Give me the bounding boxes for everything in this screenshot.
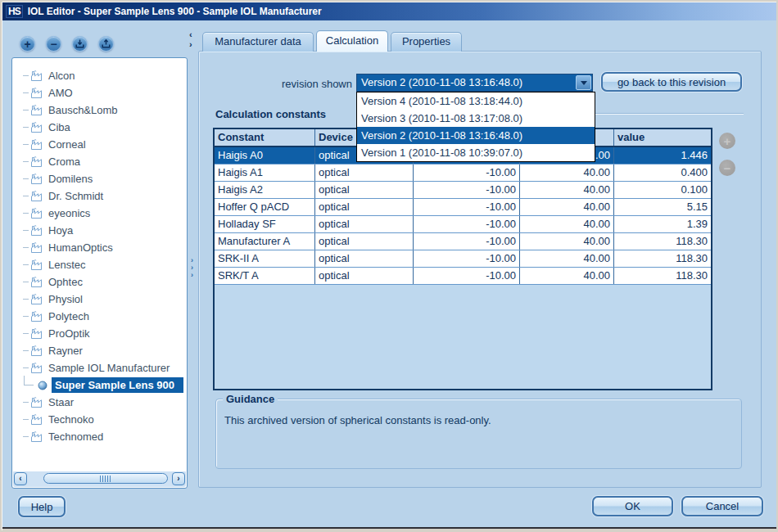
tree-horizontal-scrollbar[interactable]: ‹ › xyxy=(13,471,186,487)
revision-option-version-2-2010-11-08-13-16-48-0[interactable]: Version 2 (2010-11-08 13:16:48.0) xyxy=(357,127,595,144)
cell-holladay-sf-col0: Holladay SF xyxy=(215,216,315,232)
export-button[interactable] xyxy=(98,36,114,52)
tree-item-label: Technomed xyxy=(48,431,103,443)
tree-item-lenstec[interactable]: Lenstec xyxy=(13,256,186,273)
tree-item-prooptik[interactable]: ProOptik xyxy=(13,325,186,342)
tab-properties[interactable]: Properties xyxy=(391,32,462,52)
tree-item-hoya[interactable]: Hoya xyxy=(13,222,186,239)
table-row-hoffer-q-pacd[interactable]: Hoffer Q pACDoptical-10.0040.005.15 xyxy=(215,199,711,216)
go-back-to-revision-button[interactable]: go back to this revision xyxy=(601,72,742,92)
revision-combobox[interactable]: Version 2 (2010-11-08 13:16:48.0) xyxy=(356,74,593,92)
factory-icon xyxy=(30,259,44,271)
tree-item-label: Ophtec xyxy=(48,276,83,288)
calculation-constants-title: Calculation constants xyxy=(215,108,326,120)
tree-item-bausch-lomb[interactable]: Bausch&Lomb xyxy=(13,101,186,119)
factory-icon xyxy=(30,105,44,116)
factory-icon xyxy=(30,414,44,426)
tree-item-physiol[interactable]: Physiol xyxy=(13,291,186,308)
combobox-dropdown-button[interactable] xyxy=(576,75,591,90)
column-header-value[interactable]: value xyxy=(614,129,711,146)
splitter-collapse-left-icon[interactable]: ‹ xyxy=(189,30,192,38)
revision-option-version-1-2010-11-08-10-39-07-0[interactable]: Version 1 (2010-11-08 10:39:07.0) xyxy=(357,144,595,161)
tree-connector-tick xyxy=(23,75,29,76)
revision-option-version-3-2010-11-08-13-17-08-0[interactable]: Version 3 (2010-11-08 13:17:08.0) xyxy=(357,110,595,127)
tree-item-label: AMO xyxy=(48,87,73,99)
tree-item-rayner[interactable]: Rayner xyxy=(13,342,186,359)
tab-manufacturer-data[interactable]: Manufacturer data xyxy=(202,32,314,52)
scrollbar-thumb[interactable] xyxy=(43,473,168,484)
tree-connector-tick xyxy=(23,282,29,282)
tree-item-croma[interactable]: Croma xyxy=(13,153,186,170)
cancel-button[interactable]: Cancel xyxy=(681,496,763,516)
tree-connector-tick xyxy=(23,144,29,145)
tree-connector-tick xyxy=(23,367,29,368)
remove-button[interactable]: − xyxy=(46,36,61,52)
tree-item-technoko[interactable]: Technoko xyxy=(13,411,186,428)
constants-table: ConstantDevicevalue Haigis A0optical-10.… xyxy=(213,128,712,390)
revision-option-version-4-2010-11-08-13-18-44-0[interactable]: Version 4 (2010-11-08 13:18:44.0) xyxy=(357,92,595,110)
tree-item-sample-iol-manufacturer[interactable]: Sample IOL Manufacturer xyxy=(13,359,186,376)
cell-haigis-a2-col1: optical xyxy=(315,182,414,198)
tree-item-label: Alcon xyxy=(48,70,75,82)
import-icon xyxy=(75,39,84,48)
tree-item-super-sample-lens-900[interactable]: Super Sample Lens 900 xyxy=(13,376,186,394)
tree-connector-tick xyxy=(23,350,29,351)
revision-shown-label: revision shown xyxy=(213,78,352,90)
factory-icon xyxy=(30,431,44,443)
tree-item-ciba[interactable]: Ciba xyxy=(13,119,186,136)
tree-item-polytech[interactable]: Polytech xyxy=(13,308,186,325)
tree-item-label: Dr. Schmidt xyxy=(48,190,103,202)
factory-icon xyxy=(30,345,44,357)
table-row-manufacturer-a[interactable]: Manufacturer Aoptical-10.0040.00118.30 xyxy=(215,233,711,250)
cell-holladay-sf-col4: 1.39 xyxy=(614,216,711,232)
tree-item-staar[interactable]: Staar xyxy=(13,394,186,411)
tree-item-ophtec[interactable]: Ophtec xyxy=(13,273,186,291)
tree-connector-tick xyxy=(23,419,29,420)
tree-item-alcon[interactable]: Alcon xyxy=(13,67,186,84)
help-button[interactable]: Help xyxy=(18,496,66,517)
column-header-constant[interactable]: Constant xyxy=(215,129,315,146)
tree-connector-tick xyxy=(23,264,29,265)
tree-item-amo[interactable]: AMO xyxy=(13,84,186,101)
cell-srk-ii-a-col3: 40.00 xyxy=(520,250,614,267)
table-row-srk-t-a[interactable]: SRK/T Aoptical-10.0040.00118.30 xyxy=(215,268,711,285)
plus-icon: + xyxy=(24,38,30,50)
tree-item-eyeonics[interactable]: eyeonics xyxy=(13,205,186,222)
splitter-collapse-right-icon[interactable]: › xyxy=(189,40,192,48)
cell-haigis-a2-col2: -10.00 xyxy=(414,182,520,198)
import-button[interactable] xyxy=(72,36,88,52)
cell-srk-t-a-col4: 118.30 xyxy=(614,268,711,284)
tree-item-corneal[interactable]: Corneal xyxy=(13,136,186,153)
tree-connector-tick xyxy=(23,436,29,437)
app-logo-icon: HS xyxy=(6,5,23,18)
scroll-right-button[interactable]: › xyxy=(172,472,185,485)
table-row-srk-ii-a[interactable]: SRK-II Aoptical-10.0040.00118.30 xyxy=(215,250,711,268)
tree-item-humanoptics[interactable]: HumanOptics xyxy=(13,239,186,256)
scroll-left-button[interactable]: ‹ xyxy=(14,472,27,485)
cell-hoffer-q-pacd-col2: -10.00 xyxy=(414,199,520,215)
tree-item-dr-schmidt[interactable]: Dr. Schmidt xyxy=(13,187,186,205)
table-row-haigis-a2[interactable]: Haigis A2optical-10.0040.000.100 xyxy=(215,182,711,199)
tree-item-domilens[interactable]: Domilens xyxy=(13,170,186,187)
factory-icon xyxy=(30,208,44,219)
cell-hoffer-q-pacd-col0: Hoffer Q pACD xyxy=(215,199,315,215)
factory-icon xyxy=(30,277,44,288)
ok-button[interactable]: OK xyxy=(592,496,673,516)
tab-calculation[interactable]: Calculation xyxy=(316,30,388,52)
cell-hoffer-q-pacd-col3: 40.00 xyxy=(520,199,614,215)
scrollbar-grip-icon xyxy=(100,476,112,482)
table-row-haigis-a1[interactable]: Haigis A1optical-10.0040.000.400 xyxy=(215,165,711,182)
factory-icon xyxy=(30,122,44,133)
tree-connector-tick xyxy=(23,178,29,179)
tree-item-technomed[interactable]: Technomed xyxy=(13,428,186,445)
add-button[interactable]: + xyxy=(20,36,35,52)
table-row-holladay-sf[interactable]: Holladay SFoptical-10.0040.001.39 xyxy=(215,216,711,233)
factory-icon xyxy=(30,156,44,168)
tree-item-label: Hoya xyxy=(48,224,73,237)
tree-item-label: Sample IOL Manufacturer xyxy=(48,362,170,374)
splitter-grip-icon[interactable]: ››› xyxy=(191,257,193,279)
cell-manufacturer-a-col0: Manufacturer A xyxy=(215,233,315,250)
factory-icon xyxy=(30,294,44,305)
cell-haigis-a2-col0: Haigis A2 xyxy=(215,182,315,198)
factory-icon xyxy=(30,139,44,151)
